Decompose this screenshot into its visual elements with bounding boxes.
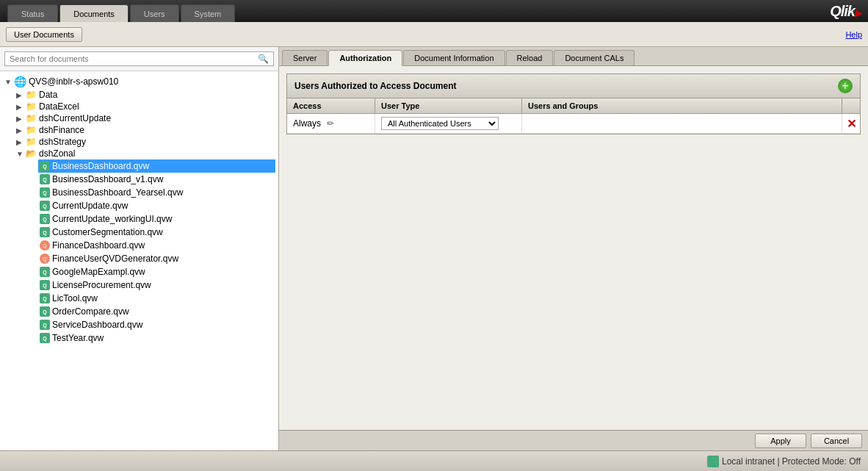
panel-tab-bar: Server Authorization Document Informatio… bbox=[279, 47, 868, 66]
tab-server[interactable]: Server bbox=[282, 50, 328, 65]
bottom-bar: Apply Cancel bbox=[279, 430, 868, 450]
file-ordercompare-label: OrderCompare.qvw bbox=[52, 306, 129, 317]
folder-dshzonal-label: dshZonal bbox=[39, 148, 75, 159]
edit-icon[interactable]: ✏ bbox=[327, 118, 334, 129]
file-financeuserqvdgenerator[interactable]: Q FinanceUserQVDGenerator.qvw bbox=[38, 252, 275, 265]
tab-documents[interactable]: Documents bbox=[59, 4, 129, 22]
file-financedashboard-label: FinanceDashboard.qvw bbox=[52, 240, 145, 251]
qvw-icon-1: Q bbox=[40, 161, 50, 171]
file-currentupdate-label: CurrentUpdate.qvw bbox=[52, 201, 128, 211]
search-box-wrap: 🔍 bbox=[0, 47, 278, 71]
dshzonal-files: Q BusinessDashboard.qvw Q BusinessDashbo… bbox=[15, 159, 275, 345]
folder-dataexcel-expand: ▶ bbox=[16, 103, 23, 111]
folder-dshstrategy-label: dshStrategy bbox=[39, 137, 86, 147]
qvw-icon-11: Q bbox=[40, 320, 50, 330]
file-customersegmentation-label: CustomerSegmentation.qvw bbox=[52, 227, 163, 237]
section-title: Users Authorized to Access Document bbox=[294, 81, 457, 91]
tree-area: ▼ 🌐 QVS@inblr-s-apsw010 ▶ 📁 Data ▶ 📁 Dat… bbox=[0, 71, 278, 450]
folder-dshcurrentupdate-label: dshCurrentUpdate bbox=[39, 113, 111, 123]
qvw-icon-2: Q bbox=[40, 174, 50, 184]
folder-data-expand: ▶ bbox=[16, 91, 23, 99]
tree-root-node[interactable]: ▼ 🌐 QVS@inblr-s-apsw010 bbox=[3, 74, 275, 89]
search-input[interactable] bbox=[4, 51, 274, 66]
file-businessdashboard[interactable]: Q BusinessDashboard.qvw bbox=[38, 159, 275, 173]
qlik-logo: Qlik▶ bbox=[830, 3, 861, 20]
folder-dshcurrentupdate[interactable]: ▶ 📁 dshCurrentUpdate bbox=[15, 112, 275, 124]
user-documents-button[interactable]: User Documents bbox=[6, 27, 82, 42]
qvw-icon-10: Q bbox=[40, 306, 50, 317]
file-googlemapexampl[interactable]: Q GoogleMapExampl.qvw bbox=[38, 265, 275, 278]
file-googlemapexampl-label: GoogleMapExampl.qvw bbox=[52, 267, 145, 277]
file-customersegmentation[interactable]: Q CustomerSegmentation.qvw bbox=[38, 226, 275, 239]
authorization-table: Access User Type Users and Groups Always… bbox=[286, 98, 861, 134]
folder-dshstrategy-expand: ▶ bbox=[16, 138, 23, 146]
qvw-icon-special-2: Q bbox=[40, 254, 50, 264]
folder-dshfinance-label: dshFinance bbox=[39, 125, 84, 135]
top-tabs: Status Documents Users System bbox=[7, 0, 235, 22]
usertype-select[interactable]: All Authenticated Users Specific User Gr… bbox=[381, 117, 499, 130]
tab-status[interactable]: Status bbox=[7, 4, 58, 22]
status-text: Local intranet | Protected Mode: Off bbox=[722, 456, 861, 467]
qvw-icon-12: Q bbox=[40, 333, 50, 343]
status-icon bbox=[707, 456, 719, 467]
search-icon: 🔍 bbox=[258, 54, 269, 64]
status-indicator: Local intranet | Protected Mode: Off bbox=[707, 456, 861, 467]
add-authorization-button[interactable]: + bbox=[838, 79, 853, 93]
apply-button[interactable]: Apply bbox=[755, 434, 806, 448]
file-servicedashboard[interactable]: Q ServiceDashboard.qvw bbox=[38, 318, 275, 331]
folder-dshzonal-icon: 📂 bbox=[26, 148, 37, 159]
delete-icon[interactable]: ✕ bbox=[847, 117, 856, 131]
section-header: Users Authorized to Access Document + bbox=[286, 73, 861, 98]
row-delete[interactable]: ✕ bbox=[842, 114, 860, 133]
col-header-usertype: User Type bbox=[375, 98, 522, 113]
file-businessdashboard-yearsel[interactable]: Q BusinessDashboard_Yearsel.qvw bbox=[38, 186, 275, 199]
file-licenseprocurement[interactable]: Q LicenseProcurement.qvw bbox=[38, 278, 275, 292]
qvw-icon-4: Q bbox=[40, 201, 50, 211]
toolbar: User Documents Help bbox=[0, 22, 868, 47]
row-access: Always ✏ bbox=[287, 114, 375, 133]
file-currentupdate-workingui-label: CurrentUpdate_workingUI.qvw bbox=[52, 214, 172, 224]
tab-document-info[interactable]: Document Information bbox=[403, 50, 504, 65]
folder-dshstrategy-icon: 📁 bbox=[26, 137, 37, 147]
file-lictool[interactable]: Q LicTool.qvw bbox=[38, 292, 275, 305]
qvw-icon-8: Q bbox=[40, 280, 50, 290]
file-financedashboard[interactable]: Q FinanceDashboard.qvw bbox=[38, 239, 275, 252]
qvw-icon-7: Q bbox=[40, 267, 50, 277]
folder-dshfinance[interactable]: ▶ 📁 dshFinance bbox=[15, 124, 275, 136]
tab-document-cals[interactable]: Document CALs bbox=[554, 50, 634, 65]
file-businessdashboard-yearsel-label: BusinessDashboard_Yearsel.qvw bbox=[52, 187, 183, 198]
folder-dshcurrentupdate-icon: 📁 bbox=[26, 113, 37, 123]
tab-system[interactable]: System bbox=[181, 4, 236, 22]
tab-users[interactable]: Users bbox=[130, 4, 179, 22]
status-bar: Local intranet | Protected Mode: Off bbox=[0, 450, 868, 471]
tree-folders: ▶ 📁 Data ▶ 📁 DataExcel ▶ 📁 dshCurrentUpd… bbox=[15, 89, 275, 345]
folder-dshzonal[interactable]: ▼ 📂 dshZonal bbox=[15, 148, 275, 159]
col-header-actions bbox=[842, 98, 860, 113]
folder-data[interactable]: ▶ 📁 Data bbox=[15, 89, 275, 101]
folder-dataexcel-label: DataExcel bbox=[39, 101, 79, 112]
file-testyear[interactable]: Q TestYear.qvw bbox=[38, 331, 275, 345]
file-businessdashboard-v1-label: BusinessDashboard_v1.qvw bbox=[52, 174, 163, 184]
qvw-icon-3: Q bbox=[40, 187, 50, 198]
folder-dshstrategy[interactable]: ▶ 📁 dshStrategy bbox=[15, 136, 275, 148]
file-businessdashboard-v1[interactable]: Q BusinessDashboard_v1.qvw bbox=[38, 173, 275, 186]
file-ordercompare[interactable]: Q OrderCompare.qvw bbox=[38, 305, 275, 318]
qvw-icon-5: Q bbox=[40, 214, 50, 224]
tab-reload[interactable]: Reload bbox=[506, 50, 554, 65]
file-testyear-label: TestYear.qvw bbox=[52, 333, 104, 343]
folder-dataexcel-icon: 📁 bbox=[26, 101, 37, 112]
main-layout: 🔍 ▼ 🌐 QVS@inblr-s-apsw010 ▶ 📁 Data ▶ bbox=[0, 47, 868, 450]
row-usersgroups bbox=[522, 114, 842, 133]
left-panel: 🔍 ▼ 🌐 QVS@inblr-s-apsw010 ▶ 📁 Data ▶ bbox=[0, 47, 279, 450]
file-currentupdate-workingui[interactable]: Q CurrentUpdate_workingUI.qvw bbox=[38, 212, 275, 226]
cancel-button[interactable]: Cancel bbox=[811, 434, 862, 448]
folder-dataexcel[interactable]: ▶ 📁 DataExcel bbox=[15, 101, 275, 112]
file-servicedashboard-label: ServiceDashboard.qvw bbox=[52, 320, 142, 330]
col-header-access: Access bbox=[287, 98, 375, 113]
folder-data-icon: 📁 bbox=[26, 90, 37, 100]
help-link[interactable]: Help bbox=[845, 30, 862, 39]
tab-authorization[interactable]: Authorization bbox=[328, 50, 402, 66]
top-bar: Status Documents Users System Qlik▶ bbox=[0, 0, 868, 22]
row-usertype[interactable]: All Authenticated Users Specific User Gr… bbox=[375, 114, 522, 133]
file-currentupdate[interactable]: Q CurrentUpdate.qvw bbox=[38, 199, 275, 212]
